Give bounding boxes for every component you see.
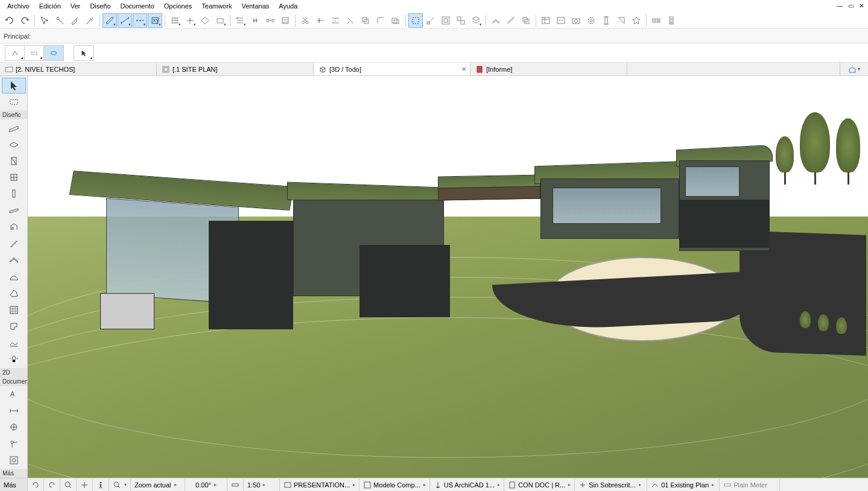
adjust-icon[interactable]	[343, 13, 358, 28]
tab-informe[interactable]: [Informe]	[470, 63, 627, 75]
menu-ayuda[interactable]: Ayuda	[274, 1, 302, 11]
geometry-mode-1[interactable]	[5, 46, 25, 60]
sb-zoom-dropdown[interactable]: ▾	[109, 479, 131, 491]
sb-seg-renovation[interactable]: 01 Existing Plan▸	[647, 479, 720, 491]
sb-seg-model[interactable]: Modelo Comp...▸	[360, 479, 430, 491]
slab-tool[interactable]	[2, 136, 26, 151]
wall-icon[interactable]	[489, 13, 503, 28]
geometry-mode-3[interactable]	[44, 46, 63, 60]
group-icon[interactable]	[439, 13, 453, 28]
window-tool[interactable]	[2, 169, 26, 185]
close-button[interactable]: ✕	[857, 1, 866, 10]
sb-walk[interactable]	[93, 479, 109, 491]
object-tool[interactable]	[2, 220, 26, 235]
dash-line-icon[interactable]	[133, 13, 147, 28]
pick-tool-icon[interactable]	[37, 13, 52, 28]
sb-seg-override[interactable]: Sin Sobrescrit...▸	[575, 479, 647, 491]
duplicate-icon[interactable]	[519, 13, 533, 28]
sb-seg-presentation[interactable]: PRESENTATION...▸	[280, 479, 360, 491]
column-icon[interactable]	[599, 13, 613, 28]
trim-icon[interactable]	[313, 13, 328, 28]
ruler-tool-icon[interactable]	[103, 13, 117, 28]
sb-pan[interactable]	[77, 479, 93, 491]
inject-icon[interactable]	[83, 13, 97, 28]
roof-tool[interactable]	[2, 253, 26, 268]
sb-zoom-actual[interactable]: Zoom actual▸	[131, 479, 185, 491]
sb-scale[interactable]: 1:50▸	[244, 479, 280, 491]
menu-archivo[interactable]: Archivo	[2, 1, 34, 11]
schedule-icon[interactable]	[539, 13, 553, 28]
layer-manage-icon[interactable]	[469, 13, 483, 28]
favorite-icon[interactable]	[629, 13, 644, 28]
edit-group-icon[interactable]	[423, 13, 438, 28]
column-tool[interactable]	[2, 186, 26, 201]
offset-icon[interactable]	[388, 13, 403, 28]
menu-edicion[interactable]: Edición	[34, 1, 66, 11]
dimension-tool[interactable]	[2, 403, 26, 418]
3d-viewport[interactable]	[28, 76, 868, 478]
text-tool[interactable]: A	[2, 387, 26, 402]
tab-nivel-techos[interactable]: [2. NIVEL TECHOS]	[0, 63, 157, 75]
morph-tool[interactable]	[2, 285, 26, 300]
shell-tool[interactable]	[2, 269, 26, 284]
redo-button[interactable]	[17, 13, 32, 28]
align-icon[interactable]	[233, 13, 247, 28]
diamond-icon[interactable]	[198, 13, 212, 28]
stairs-icon[interactable]	[504, 13, 518, 28]
menu-teamwork[interactable]: Teamwork	[197, 1, 236, 11]
tab-overflow[interactable]: ▾	[840, 63, 868, 75]
menu-diseno[interactable]: Diseño	[85, 1, 115, 11]
eyedropper-icon[interactable]	[68, 13, 82, 28]
level-tool[interactable]	[2, 420, 26, 435]
sb-seg-template[interactable]: US ArchiCAD 1...▸	[430, 479, 504, 491]
sb-redo[interactable]	[44, 479, 60, 491]
sb-seg-condoc[interactable]: CON DOC | R...▸	[504, 479, 575, 491]
zone-tool[interactable]	[2, 318, 26, 334]
suspend-groups-icon[interactable]	[408, 13, 423, 28]
sb-seg-dimension[interactable]: Plain Meter	[720, 479, 780, 491]
stair-tool[interactable]	[2, 236, 26, 251]
measure-line-icon[interactable]	[118, 13, 132, 28]
undo-button[interactable]	[2, 13, 17, 28]
section-icon[interactable]	[614, 13, 629, 28]
attributes-icon[interactable]	[554, 13, 568, 28]
distribute-h-icon[interactable]	[649, 13, 664, 28]
wall-tool[interactable]	[2, 120, 26, 135]
layer-rect-icon[interactable]	[213, 13, 227, 28]
detail-tool[interactable]	[2, 453, 26, 468]
minimize-button[interactable]: —	[835, 1, 844, 10]
intersect-icon[interactable]	[358, 13, 373, 28]
camera-icon[interactable]	[569, 13, 583, 28]
sb-zoom[interactable]	[60, 479, 77, 491]
distribute-icon[interactable]	[263, 13, 277, 28]
tab-site-plan[interactable]: [.1 SITE PLAN]	[157, 63, 314, 75]
mesh-tool[interactable]	[2, 335, 26, 350]
magic-wand-icon[interactable]	[52, 13, 67, 28]
sb-scale-icon[interactable]	[227, 479, 244, 491]
tab-3d-todo[interactable]: [3D / Todo] ✕	[314, 63, 470, 75]
menu-ventanas[interactable]: Ventanas	[236, 1, 274, 11]
grid-icon[interactable]	[168, 13, 182, 28]
sb-undo[interactable]	[28, 479, 44, 491]
beam-tool[interactable]	[2, 203, 26, 218]
maximize-button[interactable]: ▭	[846, 1, 855, 10]
snap-icon[interactable]	[183, 13, 197, 28]
menu-documento[interactable]: Documento	[116, 1, 159, 11]
geometry-mode-2[interactable]	[25, 46, 44, 60]
tab-close-icon[interactable]: ✕	[461, 66, 466, 72]
lamp-tool[interactable]	[2, 352, 26, 367]
door-tool[interactable]	[2, 153, 26, 168]
fillet-icon[interactable]	[373, 13, 388, 28]
link-break-icon[interactable]	[248, 13, 262, 28]
distribute-v-icon[interactable]	[664, 13, 679, 28]
arrow-tool[interactable]	[2, 78, 26, 93]
menu-ver[interactable]: Ver	[66, 1, 86, 11]
arrow-mode[interactable]	[74, 46, 93, 60]
marquee-tool[interactable]	[2, 95, 26, 110]
cut-icon[interactable]	[298, 13, 312, 28]
xy-tool-icon[interactable]: xy	[148, 13, 162, 28]
sb-angle[interactable]: 0.00°▸	[185, 479, 227, 491]
grid-tool[interactable]	[2, 436, 26, 451]
ungroup-icon[interactable]	[454, 13, 468, 28]
render-icon[interactable]	[584, 13, 598, 28]
